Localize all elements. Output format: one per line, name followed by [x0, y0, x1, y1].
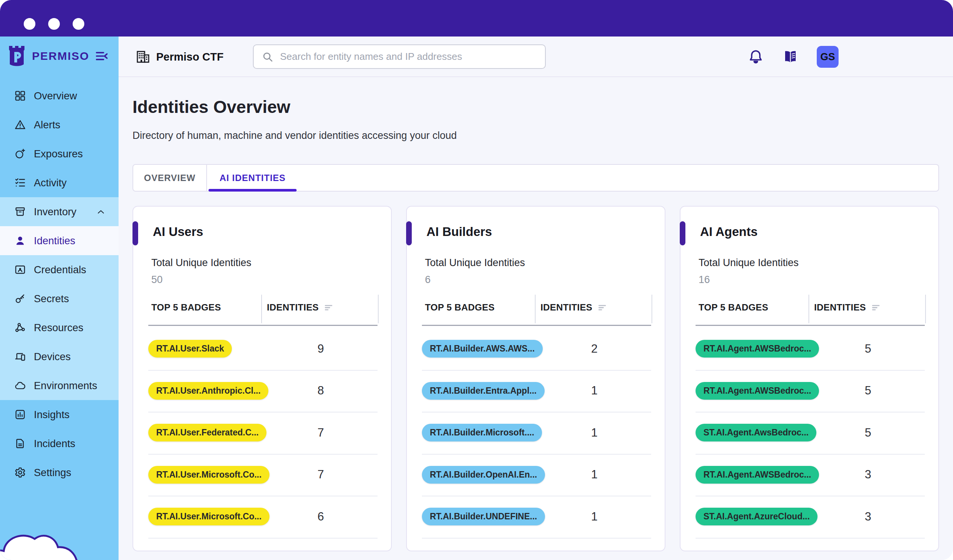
- column-divider: [535, 295, 535, 323]
- sidebar-item-inventory[interactable]: Inventory: [0, 197, 119, 226]
- sidebar-item-label: Incidents: [34, 438, 75, 450]
- insights-icon: [14, 409, 26, 420]
- main-content: Identities Overview Directory of human, …: [119, 77, 953, 560]
- sidebar-item-credentials[interactable]: Credentials: [0, 255, 119, 284]
- badge-chip[interactable]: RT.AI.User.Federated.C...: [148, 424, 267, 441]
- sidebar-item-secrets[interactable]: Secrets: [0, 284, 119, 313]
- card-title: AI Builders: [427, 225, 492, 239]
- total-identities-value: 6: [425, 274, 431, 285]
- column-divider: [652, 295, 652, 323]
- badge-chip[interactable]: ST.AI.Agent.AzureCloud...: [695, 508, 818, 525]
- window-titlebar: [0, 0, 953, 37]
- sidebar-item-activity[interactable]: Activity: [0, 168, 119, 197]
- sidebar-item-incidents[interactable]: Incidents: [0, 429, 119, 458]
- sidebar: PERMISO OverviewAlertsExposuresActivityI…: [0, 37, 119, 560]
- identities-count: 1: [572, 426, 617, 440]
- exposures-icon: [14, 148, 26, 160]
- card-ai-agents: AI AgentsTotal Unique Identities16TOP 5 …: [680, 206, 939, 551]
- sidebar-item-label: Secrets: [34, 293, 69, 305]
- tab-ai-identities[interactable]: AI IDENTITIES: [207, 165, 298, 191]
- sidebar-logo-row: PERMISO: [0, 37, 119, 76]
- environments-icon: [14, 380, 26, 391]
- sort-descending-icon[interactable]: [324, 302, 334, 313]
- badge-chip[interactable]: RT.AI.Builder.OpenAI.En...: [422, 466, 545, 484]
- secrets-icon: [14, 293, 26, 304]
- sidebar-item-overview[interactable]: Overview: [0, 81, 119, 110]
- sort-descending-icon[interactable]: [597, 302, 607, 313]
- window-control-dot[interactable]: [73, 18, 84, 30]
- user-avatar[interactable]: GS: [817, 46, 838, 68]
- badge-chip[interactable]: RT.AI.Builder.Entra.Appl...: [422, 382, 545, 400]
- identities-count: 1: [572, 510, 617, 523]
- sort-descending-icon[interactable]: [871, 302, 881, 313]
- settings-icon: [14, 467, 26, 478]
- window-control-dot[interactable]: [24, 18, 36, 30]
- page-title: Identities Overview: [132, 97, 290, 117]
- identities-count: 2: [572, 342, 617, 356]
- organization-building-icon: [135, 49, 151, 64]
- sidebar-nav: OverviewAlertsExposuresActivityInventory…: [0, 76, 119, 487]
- overview-icon: [14, 90, 26, 102]
- sidebar-item-resources[interactable]: Resources: [0, 313, 119, 342]
- notifications-bell-icon[interactable]: [748, 48, 764, 64]
- row-divider: [695, 538, 925, 538]
- table-header-divider: [695, 325, 925, 326]
- collapse-sidebar-icon[interactable]: [95, 50, 108, 62]
- total-identities-value: 16: [698, 274, 710, 285]
- column-divider: [925, 295, 926, 323]
- sidebar-item-devices[interactable]: Devices: [0, 342, 119, 371]
- column-header-identities[interactable]: IDENTITIES: [267, 302, 334, 313]
- badge-chip[interactable]: RT.AI.Builder.AWS.AWS...: [422, 340, 543, 358]
- badge-chip[interactable]: RT.AI.Builder.Microsoft....: [422, 424, 542, 441]
- table-row: RT.AI.Builder.OpenAI.En...1: [407, 454, 666, 496]
- badge-chip[interactable]: RT.AI.Agent.AWSBedroc...: [695, 466, 819, 484]
- badge-chip[interactable]: ST.AI.Agent.AwsBedroc...: [695, 424, 816, 441]
- badge-chip[interactable]: RT.AI.Builder.UNDEFINE...: [422, 508, 545, 525]
- sidebar-item-exposures[interactable]: Exposures: [0, 139, 119, 168]
- badge-chip[interactable]: RT.AI.Agent.AWSBedroc...: [695, 340, 819, 358]
- sidebar-item-environments[interactable]: Environments: [0, 371, 119, 400]
- resources-icon: [14, 322, 26, 334]
- sidebar-item-insights[interactable]: Insights: [0, 400, 119, 429]
- badge-chip[interactable]: RT.AI.User.Anthropic.Cl...: [148, 382, 269, 400]
- row-divider: [422, 538, 651, 538]
- inventory-group: InventoryIdentitiesCredentialsSecretsRes…: [0, 197, 119, 400]
- activity-icon: [14, 177, 26, 189]
- table-row: RT.AI.User.Microsoft.Co...6: [133, 496, 393, 537]
- badge-chip[interactable]: RT.AI.User.Microsoft.Co...: [148, 508, 270, 525]
- table-row: ST.AI.Agent.AzureCloud...3: [680, 496, 940, 537]
- sidebar-item-label: Environments: [34, 380, 97, 392]
- sidebar-item-label: Devices: [34, 351, 71, 363]
- sidebar-item-alerts[interactable]: Alerts: [0, 110, 119, 139]
- sidebar-item-settings[interactable]: Settings: [0, 458, 119, 487]
- credentials-icon: [14, 264, 26, 276]
- table-row: RT.AI.User.Federated.C...7: [133, 412, 393, 453]
- badge-chip[interactable]: RT.AI.User.Microsoft.Co...: [148, 466, 270, 484]
- sidebar-item-identities[interactable]: Identities: [0, 226, 119, 255]
- org-name[interactable]: Permiso CTF: [156, 51, 224, 63]
- column-header-identities[interactable]: IDENTITIES: [814, 302, 881, 313]
- card-accent-bar: [406, 221, 412, 245]
- identities-count: 1: [572, 468, 617, 481]
- documentation-book-icon[interactable]: [782, 49, 798, 65]
- identities-count: 3: [845, 468, 891, 481]
- table-row: RT.AI.Agent.AWSBedroc...5: [680, 370, 940, 412]
- table-row: ST.AI.Agent.AwsBedroc...5: [680, 412, 940, 453]
- badge-chip[interactable]: RT.AI.User.Slack: [148, 340, 232, 358]
- window-control-dot[interactable]: [48, 18, 60, 30]
- chevron-up-icon: [96, 207, 106, 217]
- sidebar-item-label: Insights: [34, 409, 70, 421]
- table-header-divider: [148, 325, 377, 326]
- identities-count: 1: [572, 384, 617, 397]
- column-header-identities-label: IDENTITIES: [540, 302, 593, 313]
- column-header-identities[interactable]: IDENTITIES: [540, 302, 607, 313]
- app-header: Permiso CTF GS: [119, 37, 953, 77]
- tab-overview[interactable]: OVERVIEW: [133, 165, 207, 191]
- identities-count: 9: [298, 342, 343, 356]
- badge-chip[interactable]: RT.AI.Agent.AWSBedroc...: [695, 382, 819, 400]
- identities-icon: [14, 235, 26, 247]
- alerts-icon: [14, 119, 26, 130]
- search-input[interactable]: [279, 50, 545, 63]
- column-header-badges: TOP 5 BADGES: [425, 302, 495, 313]
- table-row: RT.AI.Builder.Microsoft....1: [407, 412, 666, 453]
